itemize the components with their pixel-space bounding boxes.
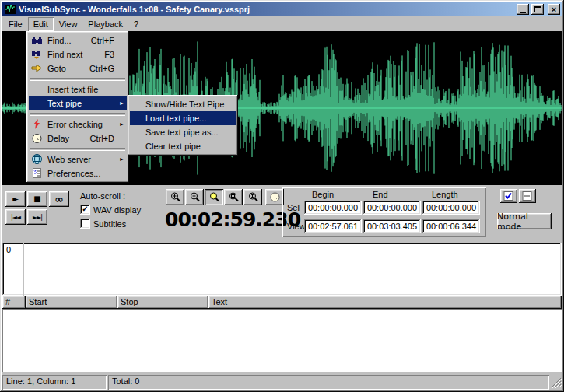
preferences-checklist-icon [31,167,44,180]
menu-edit[interactable]: Edit [28,17,54,31]
stop-icon: ■ [33,195,40,203]
column-header-text[interactable]: Text [208,296,562,309]
close-icon: × [552,5,556,14]
play-button[interactable]: ► [5,191,26,207]
menu-help[interactable]: ? [128,17,144,31]
menu-playback[interactable]: Playback [82,17,128,31]
editor-line-number: 0 [6,245,11,254]
menu-item-label: Error checking [47,120,103,129]
minimize-button[interactable] [517,4,529,15]
goto-arrow-icon [31,62,44,75]
status-total: Total: 0 [108,375,549,390]
web-server-globe-icon [31,153,44,166]
status-bar: Line: 1, Column: 1 Total: 0 [2,372,562,390]
menu-item-label: Load text pipe... [145,114,206,123]
checklist-icon [503,191,514,201]
app-icon [4,3,16,16]
menu-item-label: Find next [47,50,82,59]
menu-item-goto[interactable]: Goto Ctrl+G [29,61,127,75]
menu-item-web-server[interactable]: Web server ► [29,152,127,166]
edit-menu-dropdown: Find... Ctrl+F Find next F3 Goto Ctrl+G … [26,31,129,183]
sel-begin-field[interactable]: 00:00:00.000 [304,201,362,215]
menu-shortcut: Ctrl+F [82,36,114,45]
previous-button[interactable]: |◄◄ [5,209,26,225]
column-header-number[interactable]: # [2,296,26,309]
zoom-selection-button[interactable] [205,189,223,205]
zoom-out-button[interactable] [185,189,204,205]
menu-item-insert-text-file[interactable]: Insert text file [29,82,127,96]
editor-gutter: 0 [2,243,24,296]
menu-view[interactable]: View [54,17,83,31]
control-panel: ► ■ ∞ |◄◄ ►►| Auto-scroll : ✓ WAV displa… [2,185,562,243]
text-pipe-editor[interactable]: 0 [2,243,562,296]
wav-display-checkbox[interactable]: ✓ WAV display [80,205,141,215]
sel-row-label: Sel [287,203,300,212]
menu-item-delay[interactable]: Delay Ctrl+D [29,131,127,145]
begin-column-label: Begin [312,190,334,199]
submenu-item-clear-text-pipe[interactable]: Clear text pipe [130,139,236,153]
column-header-start[interactable]: Start [26,296,117,309]
view-row-label: View [287,222,306,231]
zoom-all-button[interactable] [224,189,243,205]
maximize-icon [534,6,541,12]
previous-icon: |◄◄ [11,214,20,221]
view-end-field[interactable]: 00:03:03.405 [363,219,421,233]
normal-mode-button[interactable]: Normal mode [497,213,552,229]
menu-item-label: Clear text pipe [145,142,201,151]
sel-end-field[interactable]: 00:00:00.000 [363,201,421,215]
window-title: VisualSubSync - Wonderfalls 1x08 - Safet… [19,5,514,14]
binoculars-next-icon [31,48,44,61]
sel-length-field[interactable]: 00:00:00.000 [422,201,480,215]
stop-button[interactable]: ■ [27,191,47,207]
menu-item-preferences[interactable]: Preferences... [29,166,127,180]
menu-file[interactable]: File [3,17,28,31]
length-column-label: Length [432,190,458,199]
submenu-item-save-text-pipe-as[interactable]: Save text pipe as... [130,125,236,139]
minimize-icon [520,12,526,13]
submenu-item-show-hide-text-pipe[interactable]: Show/Hide Text Pipe [130,97,236,111]
close-button[interactable]: × [548,4,560,15]
menu-item-error-checking[interactable]: Error checking ► [29,117,127,131]
maximize-button[interactable] [531,4,544,15]
zoom-vertical-button[interactable] [243,189,262,205]
text-list-icon [522,191,533,201]
autoscroll-label: Auto-scroll : [80,191,125,201]
error-checking-icon [31,118,44,131]
menu-shortcut: Ctrl+D [81,134,114,143]
menu-shortcut: Ctrl+G [80,64,114,73]
menu-item-find[interactable]: Find... Ctrl+F [29,33,127,47]
menu-separator [29,75,127,82]
subtitles-checkbox[interactable]: Subtitles [80,219,126,229]
zoom-selection-icon [208,191,220,203]
wav-display-label: WAV display [93,205,141,215]
resize-grip[interactable] [551,377,562,390]
checkbox-empty-icon [80,219,90,229]
menu-shortcut: F3 [95,50,114,59]
submenu-item-load-text-pipe[interactable]: Load text pipe... [130,111,236,125]
text-list-button[interactable] [519,189,536,203]
menu-bar: File Edit View Playback ? [2,16,562,31]
title-bar[interactable]: VisualSubSync - Wonderfalls 1x08 - Safet… [2,2,562,16]
next-button[interactable]: ►►| [27,209,47,225]
loop-icon: ∞ [54,193,64,205]
zoom-vertical-icon [247,191,259,203]
subtitle-list-body[interactable] [2,309,562,372]
menu-item-text-pipe[interactable]: Text pipe ► [29,96,127,110]
end-column-label: End [373,190,388,199]
resize-grip-icon [551,377,562,388]
menu-item-find-next[interactable]: Find next F3 [29,47,127,61]
submenu-arrow-icon: ► [119,121,124,127]
zoom-in-icon [170,191,181,203]
checklist-button[interactable] [500,189,517,203]
column-header-stop[interactable]: Stop [117,296,208,309]
menu-item-label: Find... [47,36,72,45]
play-icon: ► [12,195,19,203]
menu-item-label: Delay [47,134,69,143]
menu-item-label: Insert text file [47,85,98,94]
view-length-field[interactable]: 00:00:06.344 [422,219,480,233]
view-begin-field[interactable]: 00:02:57.061 [304,219,362,233]
zoom-in-button[interactable] [166,189,184,205]
text-pipe-submenu: Show/Hide Text Pipe Load text pipe... Sa… [128,95,238,156]
clock-tool-button[interactable] [265,189,284,205]
loop-button[interactable]: ∞ [49,191,69,207]
